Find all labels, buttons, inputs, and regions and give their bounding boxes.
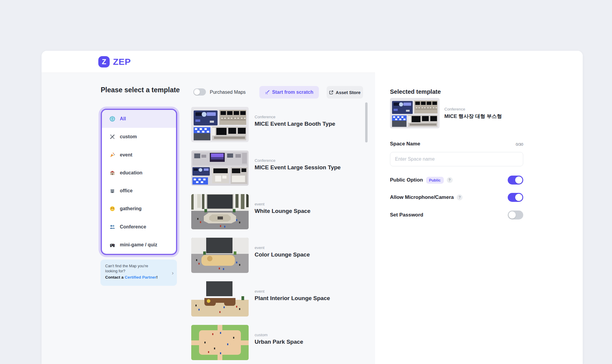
category-item-office[interactable]: office: [102, 182, 176, 200]
certified-partner-link[interactable]: Certified Partner: [125, 275, 156, 279]
template-title: MICE Event Large Booth Type: [255, 121, 335, 127]
template-item-mice-session[interactable]: Conference MICE Event Large Session Type: [191, 150, 365, 186]
public-option-row: Public Option Public ?: [390, 175, 523, 185]
mic-camera-row: Allow Microphone/Camera ?: [390, 193, 523, 202]
zep-logo-icon: Z: [98, 56, 110, 67]
office-building-icon: [109, 188, 115, 194]
mic-camera-label: Allow Microphone/Camera: [390, 194, 454, 200]
help-icon[interactable]: ?: [457, 194, 463, 200]
template-category: event: [255, 245, 264, 250]
category-item-gathering[interactable]: gathering: [102, 200, 176, 218]
contact-suffix: !: [156, 275, 158, 279]
start-from-scratch-label: Start from scratch: [272, 90, 313, 95]
template-item-mice-booth[interactable]: Conference MICE Event Large Booth Type: [191, 107, 365, 142]
right-panel: Selected template Conference MICE 행사장 대형…: [375, 51, 583, 364]
template-item-urban-park[interactable]: custom Urban Park Space: [191, 325, 365, 360]
set-password-label: Set Password: [390, 212, 423, 218]
toggle-knob: [515, 194, 522, 201]
gamepad-icon: [109, 242, 115, 248]
toggle-knob: [515, 176, 522, 184]
template-thumbnail: [191, 238, 249, 273]
category-label: custom: [120, 134, 137, 139]
main-card: Z ZEP 언어변경 ZEP_모니터링 ▾ Please select a te…: [42, 51, 583, 364]
category-item-education[interactable]: education: [102, 164, 176, 182]
public-badge: Public: [426, 177, 444, 184]
public-option-label: Public Option: [390, 177, 423, 183]
template-category: Conference: [255, 115, 276, 119]
template-category: event: [255, 202, 264, 206]
category-item-all[interactable]: All: [102, 110, 176, 128]
mic-camera-toggle[interactable]: [508, 193, 523, 202]
template-title: Color Lounge Space: [255, 251, 310, 258]
selected-template-title: MICE 행사장 대형 부스형: [444, 113, 502, 120]
asset-store-button[interactable]: Asset Store: [327, 86, 363, 99]
category-label: All: [120, 116, 126, 122]
template-category: Conference: [255, 158, 276, 163]
party-popper-icon: [109, 152, 115, 158]
category-label: education: [120, 170, 143, 176]
template-thumbnail: [191, 194, 249, 229]
external-link-icon: [329, 90, 333, 95]
template-item-color-lounge[interactable]: event Color Lounge Space: [191, 238, 365, 273]
template-title: MICE Event Large Session Type: [255, 164, 341, 171]
category-label: Conference: [120, 224, 146, 230]
contact-prefix: Contact a: [105, 275, 125, 279]
contact-line-3: Contact a Certified Partner!: [105, 275, 168, 280]
category-label: office: [120, 188, 133, 193]
toggle-knob: [509, 211, 516, 219]
template-thumbnail: [191, 150, 249, 186]
category-item-custom[interactable]: custom: [102, 128, 176, 146]
selected-template-heading: Selected template: [390, 88, 441, 95]
template-title: Urban Park Space: [255, 339, 303, 345]
space-name-input[interactable]: [390, 152, 523, 166]
category-label: event: [120, 152, 132, 158]
category-label: gathering: [120, 206, 142, 211]
selected-template-category: Conference: [444, 107, 465, 111]
screen: Z ZEP 언어변경 ZEP_모니터링 ▾ Please select a te…: [0, 0, 612, 364]
category-item-event[interactable]: event: [102, 146, 176, 164]
asset-store-label: Asset Store: [336, 90, 360, 95]
category-item-conference[interactable]: Conference: [102, 218, 176, 236]
purchased-maps-label: Purchased Maps: [210, 90, 246, 95]
template-thumbnail: [191, 107, 249, 142]
template-thumbnail: [191, 281, 249, 317]
zep-logo: Z ZEP: [98, 56, 131, 67]
category-list: All custom event: [101, 109, 177, 255]
magic-wand-icon: [265, 90, 270, 95]
template-item-plant-lounge[interactable]: event Plant Interior Lounge Space: [191, 281, 365, 317]
globe-icon: [109, 116, 115, 122]
page-title: Please select a template: [101, 86, 180, 94]
purchased-maps-toggle[interactable]: [193, 88, 206, 96]
tools-icon: [109, 134, 115, 140]
smiley-icon: [109, 206, 115, 212]
contact-line-1: Can't find the Map you're: [105, 263, 168, 268]
set-password-row: Set Password: [390, 210, 523, 220]
template-title: White Lounge Space: [255, 208, 310, 214]
public-option-toggle[interactable]: [508, 176, 523, 185]
start-from-scratch-button[interactable]: Start from scratch: [259, 86, 319, 99]
zep-logo-text: ZEP: [113, 57, 131, 67]
school-icon: [109, 170, 115, 176]
space-name-counter: 0/30: [390, 142, 523, 147]
category-list-wrapper: All custom event: [99, 107, 179, 257]
category-item-minigame-quiz[interactable]: mini-game / quiz: [102, 236, 176, 254]
template-category: event: [255, 289, 264, 294]
help-icon[interactable]: ?: [447, 177, 453, 183]
template-item-white-lounge[interactable]: event White Lounge Space: [191, 194, 365, 229]
template-category: custom: [255, 333, 268, 337]
template-title: Plant Interior Lounge Space: [255, 295, 330, 302]
toggle-knob: [194, 89, 200, 95]
list-scrollbar[interactable]: [365, 102, 368, 142]
category-label: mini-game / quiz: [120, 242, 157, 248]
chevron-right-icon: ›: [172, 270, 174, 275]
contact-line-2: looking for?: [105, 268, 168, 274]
selected-template-thumbnail: [390, 98, 440, 128]
people-icon: [109, 224, 115, 230]
set-password-toggle[interactable]: [508, 211, 523, 219]
certified-partner-banner[interactable]: Can't find the Map you're looking for? C…: [100, 259, 177, 286]
template-thumbnail: [191, 325, 249, 360]
